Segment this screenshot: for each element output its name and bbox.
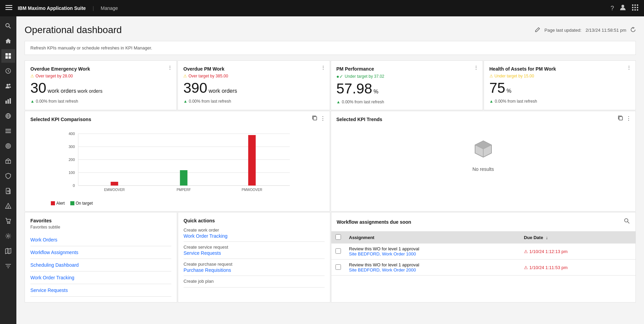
sidebar-icon-people[interactable] [1, 79, 15, 93]
kpi-card-unit-1: work orders [48, 88, 76, 94]
user-icon[interactable] [619, 4, 626, 13]
kpi-trends-card: Selected KPI Trends ⋮ No results [331, 111, 636, 211]
kpi-card-refresh-3: ▲ 0.00% from last refresh [337, 100, 477, 104]
app-title: IBM Maximo Application Suite [18, 5, 86, 11]
svg-point-21 [9, 84, 11, 86]
kpi-card-menu-1[interactable]: ⋮ [168, 65, 172, 70]
favorites-link-wo-tracking[interactable]: Work Order Tracking [30, 275, 74, 280]
workflow-assignments-header: Workflow assignments due soon [331, 212, 636, 232]
table-row: Review this WO for level 1 approval Site… [331, 260, 636, 276]
sidebar-icon-chart[interactable] [1, 94, 15, 108]
kpi-trends-title: Selected KPI Trends [337, 117, 630, 122]
workflow-row-1-checkbox[interactable] [335, 248, 341, 254]
quick-action-link-3[interactable]: Purchase Requisitions [184, 267, 231, 273]
sidebar-icon-shield[interactable] [1, 169, 15, 183]
edit-icon[interactable] [535, 27, 540, 33]
kpi-card-overdue-pm-work: ⋮ Overdue PM Work ⚠ Over target by 385.0… [177, 60, 330, 110]
bar-chart: 400 300 200 100 0 EMWOOVER PMPERF PMWOOV… [30, 128, 324, 206]
workflow-select-all-checkbox[interactable] [335, 234, 341, 240]
workflow-row-2-due-date: ⚠ 1/10/24 1:11:53 pm [520, 260, 635, 276]
sidebar-icon-cart[interactable] [1, 214, 15, 228]
svg-text:PMPERF: PMPERF [176, 188, 191, 192]
favorites-link-workflow[interactable]: Workflow Assignments [30, 250, 78, 255]
quick-action-link-1[interactable]: Work Order Tracking [184, 233, 228, 239]
list-item: Work Orders [30, 234, 171, 246]
svg-point-43 [7, 235, 9, 237]
refresh-icon[interactable] [630, 27, 636, 33]
kpi-comparisons-copy-icon[interactable] [312, 115, 317, 122]
sidebar-icon-globe[interactable] [1, 109, 15, 123]
sidebar-icon-dashboard[interactable] [1, 49, 15, 63]
sidebar-icon-list[interactable] [1, 124, 15, 138]
svg-text:EMWOOVER: EMWOOVER [104, 188, 125, 192]
workflow-row-2-checkbox[interactable] [335, 264, 341, 270]
kpi-card-unit-3: % [374, 89, 378, 94]
workflow-col-assignment: Assignment [345, 232, 520, 244]
kpi-card-menu-3[interactable]: ⋮ [474, 65, 478, 70]
kpi-card-menu-4[interactable]: ⋮ [627, 65, 631, 70]
kpi-card-status-2: ⚠ Over target by 385.00 [183, 74, 324, 78]
quick-action-link-2[interactable]: Service Requests [184, 250, 221, 256]
svg-rect-1 [5, 7, 12, 8]
kpi-comparisons-more-icon[interactable]: ⋮ [320, 115, 326, 122]
page-header: Operational dashboard Page last updated:… [25, 25, 636, 35]
success-icon-3: ●✓ [337, 74, 343, 79]
workflow-row-1-assignment-text: Review this WO for level 1 approval [349, 246, 516, 251]
page-last-updated-value: 2/13/24 11:58:51 pm [586, 28, 626, 33]
bottom-row: Favorites Favorites subtile Work Orders … [25, 212, 636, 303]
sidebar-icon-settings[interactable] [1, 229, 15, 243]
svg-text:200: 200 [69, 158, 75, 162]
svg-marker-44 [5, 248, 11, 254]
workflow-row-2-due-date-warn: ⚠ 1/10/24 1:11:53 pm [524, 265, 631, 270]
warn-icon-4: ⚠ [489, 74, 493, 78]
sidebar-icon-alert[interactable] [1, 199, 15, 213]
svg-point-41 [8, 223, 9, 224]
svg-rect-17 [5, 56, 8, 59]
app-module: Manage [101, 5, 118, 11]
kpi-card-status-1: ⚠ Over target by 28.00 [30, 74, 171, 78]
sidebar-icon-target[interactable] [1, 139, 15, 153]
sidebar-icon-search[interactable] [1, 19, 15, 33]
favorites-link-scheduling[interactable]: Scheduling Dashboard [30, 262, 79, 268]
kpi-refresh-text: Refresh KPIs manually or schedule refres… [30, 45, 152, 50]
favorites-link-workorders[interactable]: Work Orders [30, 237, 57, 242]
workflow-search-icon[interactable] [624, 218, 630, 226]
favorites-title: Favorites [30, 218, 171, 223]
legend-alert-color [51, 201, 55, 205]
sidebar-icon-map[interactable] [1, 244, 15, 258]
help-icon[interactable]: ? [611, 5, 614, 12]
list-item: Create work order Work Order Tracking [184, 225, 325, 242]
sidebar-icon-package[interactable] [1, 154, 15, 168]
warn-icon-1: ⚠ [30, 74, 34, 78]
quick-actions-card: Quick actions Create work order Work Ord… [178, 212, 330, 303]
sidebar-icon-filter[interactable] [1, 259, 15, 273]
kpi-trends-more-icon[interactable]: ⋮ [626, 115, 631, 122]
svg-text:0: 0 [73, 183, 75, 188]
kpi-card-value-row-2: 390 work orders [183, 80, 324, 96]
kpi-card-pm-performance: ⋮ PM Performance ●✓ Under target by 37.0… [331, 60, 483, 110]
sidebar-icon-home[interactable] [1, 34, 15, 48]
svg-rect-30 [5, 132, 11, 133]
svg-line-14 [9, 27, 11, 28]
empty-box-icon [472, 138, 494, 160]
workflow-table: Assignment Due Date ↓ [331, 232, 636, 276]
svg-rect-22 [5, 101, 7, 104]
page-last-updated-label: Page last updated: [544, 28, 581, 33]
workflow-row-2-assignment-link[interactable]: Site BEDFORD, Work Order 2000 [349, 267, 416, 273]
workflow-row-1-assignment-link[interactable]: Site BEDFORD, Work Order 1000 [349, 251, 416, 256]
workflow-col-due-date[interactable]: Due Date ↓ [520, 232, 635, 244]
quick-action-label-1: Create work order [184, 227, 325, 233]
menu-icon[interactable] [5, 4, 12, 13]
kpi-card-unit-text-1: work orders [77, 88, 102, 94]
apps-grid-icon[interactable] [632, 4, 639, 13]
sidebar-icon-recent[interactable] [1, 64, 15, 78]
kpi-card-value-row-1: 30 work orders work orders [30, 80, 171, 96]
svg-rect-6 [637, 4, 638, 6]
sidebar-icon-document[interactable] [1, 184, 15, 198]
kpi-card-status-3: ●✓ Under target by 37.02 [337, 74, 477, 79]
kpi-card-menu-2[interactable]: ⋮ [321, 65, 326, 70]
favorites-link-service-requests[interactable]: Service Requests [30, 288, 68, 293]
bar-chart-svg: 400 300 200 100 0 EMWOOVER PMPERF PMWOOV… [30, 130, 324, 198]
page-title: Operational dashboard [25, 25, 122, 35]
kpi-trends-copy-icon[interactable] [618, 115, 623, 122]
